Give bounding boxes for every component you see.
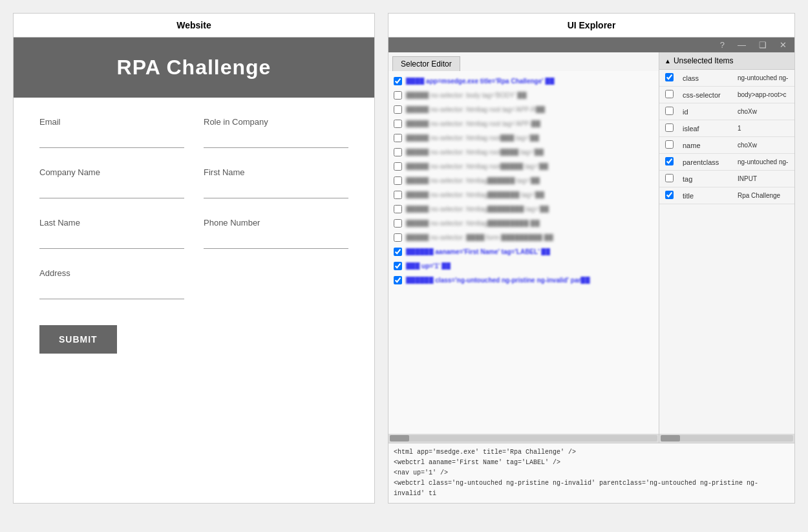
- selector-row-checkbox[interactable]: [394, 248, 402, 256]
- prop-value: ng-untouched ng-: [734, 154, 794, 171]
- list-item: █████ no-selector: htmltag root████ tag=…: [388, 145, 659, 159]
- selector-row-checkbox[interactable]: [394, 191, 402, 199]
- prop-name: css-selector: [679, 87, 734, 103]
- prop-row: idchoXw: [659, 103, 794, 120]
- prop-checkbox[interactable]: [665, 73, 674, 81]
- list-item: █████ no-selector: htmltag████████ tag='…: [388, 202, 659, 216]
- prop-value: ng-untouched ng-: [734, 70, 794, 87]
- prop-checkbox[interactable]: [665, 140, 674, 149]
- explorer-body: Selector Editor ████ app=msedge.exe titl…: [388, 52, 794, 443]
- selector-row-checkbox[interactable]: [394, 276, 402, 284]
- selector-row-checkbox[interactable]: [394, 105, 402, 114]
- ui-explorer-header: UI Explorer: [388, 14, 794, 37]
- list-item: ████ app=msedge.exe title='Rpa Challenge…: [388, 74, 659, 88]
- help-button[interactable]: ?: [718, 40, 727, 50]
- list-item: ██████ aaname='First Name' tag='LABEL' █…: [388, 244, 659, 259]
- properties-panel-header: ▲ Unselected Items: [659, 52, 794, 70]
- prop-name: tag: [679, 171, 734, 187]
- company-label: Company Name: [39, 167, 184, 177]
- prop-name: id: [679, 103, 734, 120]
- form-row-1: Email Role in Company: [39, 117, 348, 148]
- phone-input[interactable]: [204, 233, 348, 249]
- chevron-up-icon: ▲: [664, 58, 671, 65]
- selector-editor-area: Selector Editor ████ app=msedge.exe titl…: [388, 52, 659, 443]
- main-container: Website RPA Challenge Email Role in Comp…: [13, 13, 795, 504]
- prop-name: parentclass: [679, 154, 734, 171]
- prop-value: choXw: [734, 137, 794, 154]
- firstname-field-container: First Name: [204, 167, 348, 198]
- prop-row: isleaf1: [659, 120, 794, 137]
- list-item: █████ no-selector: htmltag root tag='APP…: [388, 102, 659, 116]
- form-row-2: Company Name First Name: [39, 167, 348, 198]
- selector-row-checkbox[interactable]: [394, 233, 402, 242]
- code-line: <webctrl aaname='First Name' tag='LABEL'…: [394, 458, 789, 468]
- email-input[interactable]: [39, 132, 184, 148]
- prop-value: body>app-root>c: [734, 87, 794, 103]
- lastname-field-container: Last Name: [39, 218, 184, 249]
- prop-checkbox[interactable]: [665, 107, 674, 115]
- selector-row-checkbox[interactable]: [394, 176, 402, 185]
- list-item: ██████ class='ng-untouched ng-pristine n…: [388, 273, 659, 287]
- prop-row: tagINPUT: [659, 171, 794, 187]
- lastname-input[interactable]: [39, 233, 184, 249]
- selector-row-checkbox[interactable]: [394, 134, 402, 142]
- maximize-button[interactable]: ❑: [756, 40, 769, 50]
- phone-field-container: Phone Number: [204, 218, 348, 249]
- selector-row-checkbox[interactable]: [394, 120, 402, 128]
- prop-name: name: [679, 137, 734, 154]
- prop-checkbox[interactable]: [665, 174, 674, 182]
- form-area: Email Role in Company Company Name First…: [14, 98, 374, 373]
- website-panel: Website RPA Challenge Email Role in Comp…: [13, 13, 375, 504]
- prop-checkbox[interactable]: [665, 191, 674, 199]
- selector-row-checkbox[interactable]: [394, 219, 402, 228]
- selector-list: ████ app=msedge.exe title='Rpa Challenge…: [388, 71, 659, 434]
- list-item: █████ no-selector: htmltag███████ tag='█…: [388, 187, 659, 202]
- ui-explorer-panel: UI Explorer ? — ❑ ✕ Selector Editor: [388, 13, 795, 504]
- selector-row-checkbox[interactable]: [394, 205, 402, 213]
- prop-name: isleaf: [679, 120, 734, 137]
- selector-row-checkbox[interactable]: [394, 148, 402, 156]
- address-label: Address: [39, 268, 184, 278]
- address-input[interactable]: [39, 283, 184, 299]
- selector-row-checkbox[interactable]: [394, 162, 402, 171]
- rpa-banner: RPA Challenge: [14, 37, 374, 98]
- selector-row-checkbox[interactable]: [394, 91, 402, 100]
- code-area: <html app='msedge.exe' title='Rpa Challe…: [388, 443, 794, 503]
- submit-button[interactable]: SUBMIT: [39, 325, 117, 354]
- list-item: █████ no-selector: htmltag root tag='APP…: [388, 116, 659, 131]
- code-line: <nav up='1' />: [394, 468, 789, 478]
- prop-row: namechoXw: [659, 137, 794, 154]
- form-row-3: Last Name Phone Number: [39, 218, 348, 249]
- firstname-input[interactable]: [204, 182, 348, 198]
- selector-row-checkbox[interactable]: [394, 262, 402, 270]
- explorer-window: ? — ❑ ✕ Selector Editor ████ app=msed: [388, 37, 794, 503]
- prop-row: classng-untouched ng-: [659, 70, 794, 87]
- address-field-container: Address: [39, 268, 184, 299]
- prop-row: parentclassng-untouched ng-: [659, 154, 794, 171]
- prop-checkbox[interactable]: [665, 90, 674, 98]
- role-input[interactable]: [204, 132, 348, 148]
- selector-row-checkbox[interactable]: [394, 77, 402, 85]
- phone-label: Phone Number: [204, 218, 348, 228]
- list-item: █████ no-selector: ████ form █████████ █…: [388, 230, 659, 244]
- prop-value: choXw: [734, 103, 794, 120]
- list-item: █████ no-selector: htmltag root███ tag='…: [388, 131, 659, 145]
- close-button[interactable]: ✕: [777, 40, 789, 50]
- website-panel-header: Website: [14, 14, 374, 37]
- role-field-container: Role in Company: [204, 117, 348, 148]
- prop-row: titleRpa Challenge: [659, 187, 794, 204]
- code-line: <html app='msedge.exe' title='Rpa Challe…: [394, 447, 789, 458]
- list-item: █████ no-selector: htmltag root█████ tag…: [388, 159, 659, 173]
- horizontal-scrollbar[interactable]: [388, 434, 659, 443]
- firstname-label: First Name: [204, 167, 348, 177]
- prop-name: class: [679, 70, 734, 87]
- company-field-container: Company Name: [39, 167, 184, 198]
- selector-tab[interactable]: Selector Editor: [388, 52, 659, 71]
- prop-name: title: [679, 187, 734, 204]
- prop-checkbox[interactable]: [665, 123, 674, 132]
- prop-checkbox[interactable]: [665, 157, 674, 165]
- list-item: █████ no-selector: htmltag██████ tag='██: [388, 173, 659, 187]
- minimize-button[interactable]: —: [735, 40, 749, 50]
- email-label: Email: [39, 117, 184, 127]
- company-input[interactable]: [39, 182, 184, 198]
